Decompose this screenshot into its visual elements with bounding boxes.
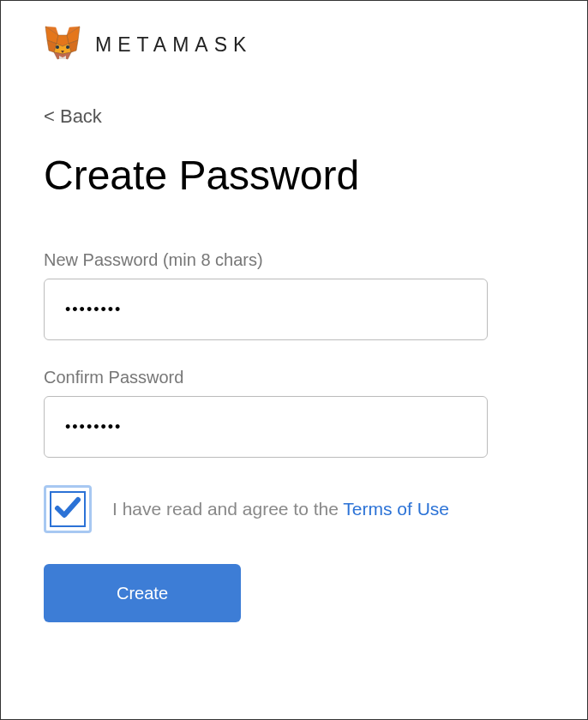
tos-prefix: I have read and agree to the <box>112 499 343 519</box>
confirm-password-label: Confirm Password <box>44 368 544 387</box>
brand-header: METAMASK <box>44 25 544 64</box>
svg-point-11 <box>66 45 69 49</box>
brand-name: METAMASK <box>95 33 252 57</box>
confirm-password-input[interactable] <box>44 396 488 458</box>
checkmark-icon <box>53 493 82 525</box>
tos-text: I have read and agree to the Terms of Us… <box>112 499 449 519</box>
tos-checkbox[interactable] <box>44 485 92 533</box>
new-password-input[interactable] <box>44 279 488 340</box>
page-title: Create Password <box>44 152 544 199</box>
metamask-fox-icon <box>44 25 81 64</box>
new-password-label: New Password (min 8 chars) <box>44 250 544 270</box>
create-button[interactable]: Create <box>44 564 241 622</box>
svg-point-10 <box>56 45 59 49</box>
back-link[interactable]: < Back <box>44 105 102 128</box>
tos-link[interactable]: Terms of Use <box>343 499 449 519</box>
